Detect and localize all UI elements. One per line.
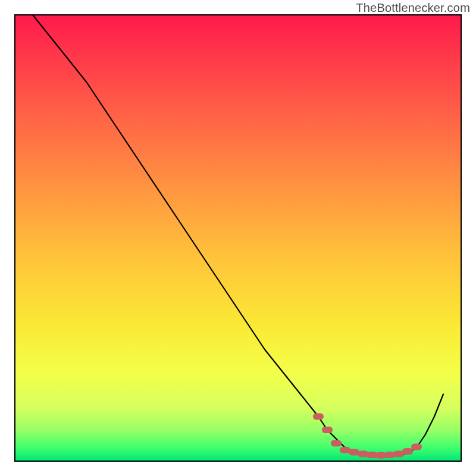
bottleneck-chart	[0, 0, 476, 476]
marker-dot	[331, 440, 342, 447]
marker-dot	[402, 448, 413, 455]
marker-dot	[313, 414, 324, 420]
marker-dot	[411, 444, 422, 450]
plot-background	[15, 15, 461, 461]
chart-container: TheBottlenecker.com	[0, 0, 476, 476]
watermark-text: TheBottlenecker.com	[356, 1, 470, 15]
marker-dot	[322, 427, 333, 433]
